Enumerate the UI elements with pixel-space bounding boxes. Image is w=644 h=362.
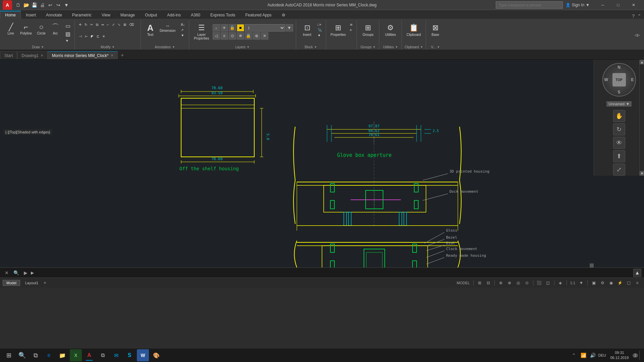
- properties-btn[interactable]: ⊞ Properties: [329, 22, 348, 38]
- chamfer-btn[interactable]: ◤: [90, 34, 95, 39]
- layer-freeze2-btn[interactable]: ❄: [237, 32, 244, 40]
- model-tab[interactable]: Model: [3, 280, 20, 286]
- sign-in-btn[interactable]: 👤 Sign In ▼: [566, 3, 590, 7]
- fillet-btn[interactable]: ⌐: [106, 22, 110, 27]
- text-btn[interactable]: A Text: [144, 22, 157, 38]
- qproperties-btn[interactable]: ◈: [556, 279, 565, 287]
- taskbar-explorer[interactable]: 📁: [56, 349, 68, 361]
- annotation-group-label[interactable]: Annotation ▼: [155, 45, 175, 50]
- attach-btn[interactable]: 📎: [316, 27, 323, 33]
- layout1-tab[interactable]: Layout1: [21, 280, 42, 286]
- close-main-tab[interactable]: ✕: [111, 54, 113, 57]
- taskbar-excel[interactable]: X: [70, 349, 82, 361]
- transparency-btn[interactable]: ◫: [544, 279, 552, 287]
- task-view-btn[interactable]: ⧉: [30, 349, 42, 361]
- show-desktop-btn[interactable]: [639, 351, 641, 360]
- notification-badge[interactable]: 2: [633, 353, 638, 358]
- zoom-extents-btn[interactable]: ⤢: [613, 164, 625, 176]
- layer-lock-btn[interactable]: 🔓: [229, 24, 236, 32]
- taskbar-autocad[interactable]: A: [83, 349, 95, 361]
- dimension-btn[interactable]: ↔ Dimension: [158, 22, 177, 34]
- save-btn[interactable]: 💾: [31, 2, 38, 8]
- hatch-btn[interactable]: ▨: [64, 30, 72, 38]
- customize-btn[interactable]: ≡: [633, 279, 641, 287]
- trim-btn[interactable]: ✂: [89, 22, 94, 27]
- isolate-btn[interactable]: ◉: [607, 279, 615, 287]
- layer-merge-btn[interactable]: ⊕: [253, 32, 260, 40]
- hardware-btn[interactable]: ⚡: [616, 279, 624, 287]
- scrollbar[interactable]: ▲ ▼: [639, 60, 644, 176]
- clock[interactable]: 09:31 06.12.2019: [607, 350, 631, 361]
- start-menu-btn[interactable]: ⊞: [3, 349, 15, 361]
- layer-prev-btn[interactable]: ◁: [213, 32, 220, 40]
- language-label[interactable]: DEU: [598, 351, 606, 359]
- mirror-btn[interactable]: ⇔: [100, 22, 105, 27]
- groups-group-label[interactable]: Groups ▼: [361, 45, 376, 50]
- look-btn[interactable]: 👁: [613, 137, 625, 149]
- doc-tab-start[interactable]: Start: [0, 51, 17, 59]
- tab-settings[interactable]: ⚙: [277, 11, 290, 19]
- layer-delete-btn[interactable]: ✕: [261, 32, 268, 40]
- close-drawing1[interactable]: ✕: [41, 54, 43, 57]
- cmd-search-btn[interactable]: 🔍: [12, 269, 20, 277]
- tab-output[interactable]: Output: [140, 11, 162, 19]
- copy-btn[interactable]: ⧉: [95, 22, 100, 27]
- scroll-down-btn[interactable]: ▼: [640, 171, 644, 176]
- layer-freeze-btn[interactable]: ☀: [221, 24, 228, 32]
- rotate-btn[interactable]: ↻: [83, 22, 89, 27]
- more-ann-btn[interactable]: ▼: [179, 33, 186, 38]
- pan-btn[interactable]: ✋: [613, 110, 625, 122]
- layer-dropdown[interactable]: 1: [245, 24, 285, 32]
- ribbon-minimize-btn[interactable]: ⌃: [637, 13, 641, 19]
- scroll-up-btn[interactable]: ▲: [640, 60, 644, 64]
- layer-color-btn[interactable]: ■: [237, 24, 244, 32]
- network-icon[interactable]: 📶: [579, 351, 587, 359]
- draw-group-label[interactable]: Draw ▼: [32, 45, 44, 50]
- search-input[interactable]: [496, 1, 563, 9]
- layer-lock2-btn[interactable]: 🔒: [245, 32, 252, 40]
- offset-btn[interactable]: ⊏: [95, 34, 101, 39]
- add-tab-btn[interactable]: +: [118, 51, 127, 59]
- command-input[interactable]: [35, 270, 632, 275]
- layer-state-btn[interactable]: ⬦: [213, 24, 220, 32]
- groups-btn[interactable]: ⊞ Groups: [360, 22, 376, 38]
- clean-screen-btn[interactable]: ▢: [625, 279, 633, 287]
- move-btn[interactable]: ✛: [77, 22, 83, 27]
- tab-insert[interactable]: Insert: [21, 11, 41, 19]
- line-btn[interactable]: ╱ Line: [4, 22, 17, 37]
- walk-btn[interactable]: ⬆: [613, 150, 625, 162]
- clipboard-btn[interactable]: 📋 Clipboard: [405, 22, 423, 38]
- utilities-group-label[interactable]: Utilities ▼: [383, 45, 398, 50]
- help-btn[interactable]: ?: [632, 13, 635, 19]
- open-btn[interactable]: 📂: [23, 2, 30, 8]
- unnamed-label[interactable]: Unnamed ▼: [606, 101, 632, 107]
- add-layout-btn[interactable]: +: [43, 280, 46, 286]
- ortho-btn[interactable]: ⊕: [497, 279, 505, 287]
- ribbon-right-expand[interactable]: ◁▷: [633, 33, 641, 38]
- polyline-btn[interactable]: ⌐ Polyline: [18, 22, 34, 37]
- scale-btn[interactable]: ⤡: [116, 22, 122, 27]
- layers-group-label[interactable]: Layers ▼: [235, 45, 250, 50]
- modify-group-label[interactable]: Modify ▼: [101, 45, 114, 50]
- mtext-btn[interactable]: A↓: [179, 22, 186, 27]
- print-btn[interactable]: 🖨: [39, 2, 46, 8]
- tab-featured[interactable]: Featured Apps: [240, 11, 277, 19]
- more-insert-btn[interactable]: ▼: [316, 33, 323, 38]
- doc-tab-main[interactable]: Morris minor Series MM_Clock* ✕: [48, 51, 118, 59]
- insert-group-label[interactable]: Block ▼: [305, 45, 317, 50]
- cmd-expand-btn[interactable]: ▲: [633, 269, 641, 277]
- close-btn[interactable]: ✕: [626, 0, 641, 10]
- stretch-btn[interactable]: ⤢: [111, 22, 116, 27]
- list-btn[interactable]: ≡: [348, 27, 354, 33]
- minimize-btn[interactable]: ─: [595, 0, 610, 10]
- taskbar-taskview2[interactable]: ⧉: [97, 349, 109, 361]
- cmd-run-btn[interactable]: ▶: [21, 269, 30, 277]
- more-draw-btn[interactable]: ▼: [64, 38, 72, 43]
- taskbar-edge[interactable]: e: [43, 349, 55, 361]
- taskbar-mail[interactable]: ✉: [110, 349, 122, 361]
- volume-icon[interactable]: 🔊: [589, 351, 597, 359]
- otrack-btn[interactable]: ⊙: [523, 279, 531, 287]
- annotscale-btn[interactable]: ▣: [590, 279, 598, 287]
- grid-btn[interactable]: ⊞: [476, 279, 484, 287]
- layer-dropdown-arrow[interactable]: ▼: [286, 24, 293, 32]
